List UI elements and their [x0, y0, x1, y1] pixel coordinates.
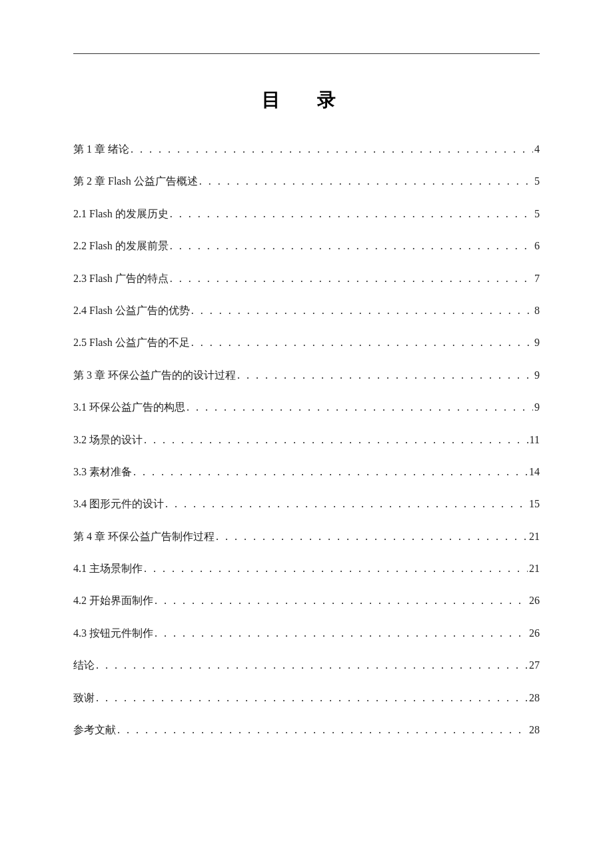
toc-entry-page: 15 [528, 497, 540, 511]
toc-entry-label: 4.2 开始界面制作 [73, 593, 153, 608]
toc-entry[interactable]: 参考文献28 [73, 723, 540, 737]
toc-entry[interactable]: 3.4 图形元件的设计15 [73, 497, 540, 511]
toc-entry[interactable]: 4.3 按钮元件制作26 [73, 626, 540, 641]
toc-entry[interactable]: 第 1 章 绪论4 [73, 142, 540, 157]
toc-entry-leader [198, 174, 533, 189]
toc-entry-page: 11 [528, 433, 540, 447]
toc-entry-leader [169, 207, 533, 221]
toc-entry-page: 21 [528, 561, 540, 576]
toc-entry-page: 27 [528, 658, 540, 673]
toc-entry-label: 第 3 章 环保公益广告的的设计过程 [73, 368, 236, 383]
toc-entry-page: 28 [528, 723, 540, 737]
toc-entry-leader [169, 239, 533, 253]
toc-entry-leader [143, 561, 528, 576]
toc-entry[interactable]: 4.1 主场景制作21 [73, 561, 540, 576]
toc-entry-leader [143, 433, 528, 447]
header-rule [73, 53, 540, 54]
toc-entry-leader [164, 497, 528, 511]
toc-entry-leader [116, 723, 528, 737]
toc-entry-label: 第 1 章 绪论 [73, 142, 129, 157]
toc-entry-label: 3.3 素材准备 [73, 465, 132, 479]
toc-entry-page: 9 [533, 335, 540, 350]
toc-entry-page: 14 [528, 465, 540, 479]
toc-entry-label: 致谢 [73, 691, 95, 705]
toc-entry[interactable]: 2.5 Flash 公益广告的不足9 [73, 335, 540, 350]
toc-title: 目 录 [73, 87, 540, 113]
toc-entry[interactable]: 2.3 Flash 广告的特点7 [73, 271, 540, 286]
toc-entry-page: 21 [528, 529, 540, 544]
toc-entry-leader [129, 142, 533, 157]
toc-list: 第 1 章 绪论4第 2 章 Flash 公益广告概述52.1 Flash 的发… [73, 142, 540, 737]
toc-entry-leader [95, 658, 528, 673]
toc-entry-leader [185, 400, 533, 415]
toc-entry-page: 28 [528, 691, 540, 705]
toc-entry[interactable]: 2.2 Flash 的发展前景6 [73, 239, 540, 253]
toc-entry[interactable]: 3.2 场景的设计11 [73, 433, 540, 447]
toc-entry-label: 第 2 章 Flash 公益广告概述 [73, 174, 198, 189]
toc-entry-page: 7 [533, 271, 540, 286]
toc-entry-page: 4 [533, 142, 540, 157]
toc-entry[interactable]: 结论27 [73, 658, 540, 673]
toc-entry-label: 2.4 Flash 公益广告的优势 [73, 303, 190, 318]
toc-entry-leader [190, 335, 533, 350]
toc-entry[interactable]: 2.4 Flash 公益广告的优势8 [73, 303, 540, 318]
document-page: 目 录 第 1 章 绪论4第 2 章 Flash 公益广告概述52.1 Flas… [0, 0, 613, 737]
toc-entry[interactable]: 第 4 章 环保公益广告制作过程21 [73, 529, 540, 544]
toc-entry-page: 6 [533, 239, 540, 253]
toc-entry-page: 9 [533, 400, 540, 415]
toc-entry-label: 2.5 Flash 公益广告的不足 [73, 335, 190, 350]
toc-entry-label: 第 4 章 环保公益广告制作过程 [73, 529, 215, 544]
toc-entry-page: 8 [533, 303, 540, 318]
toc-entry-label: 3.4 图形元件的设计 [73, 497, 164, 511]
toc-entry-leader [215, 529, 528, 544]
toc-entry[interactable]: 2.1 Flash 的发展历史5 [73, 207, 540, 221]
toc-entry-leader [95, 691, 528, 705]
toc-entry[interactable]: 致谢28 [73, 691, 540, 705]
toc-entry-label: 2.3 Flash 广告的特点 [73, 271, 169, 286]
toc-entry-label: 4.1 主场景制作 [73, 561, 143, 576]
toc-entry-label: 2.1 Flash 的发展历史 [73, 207, 169, 221]
toc-entry-page: 9 [533, 368, 540, 383]
toc-entry[interactable]: 第 2 章 Flash 公益广告概述5 [73, 174, 540, 189]
toc-entry-page: 5 [533, 207, 540, 221]
toc-entry[interactable]: 3.1 环保公益广告的构思9 [73, 400, 540, 415]
toc-entry-leader [153, 593, 528, 608]
toc-entry-leader [169, 271, 533, 286]
toc-entry-label: 3.2 场景的设计 [73, 433, 143, 447]
toc-entry-leader [190, 303, 533, 318]
toc-entry-leader [132, 465, 528, 479]
toc-entry-page: 26 [528, 626, 540, 641]
toc-entry-label: 2.2 Flash 的发展前景 [73, 239, 169, 253]
toc-entry[interactable]: 4.2 开始界面制作26 [73, 593, 540, 608]
toc-entry-page: 26 [528, 593, 540, 608]
toc-entry-page: 5 [533, 174, 540, 189]
toc-entry-label: 4.3 按钮元件制作 [73, 626, 153, 641]
toc-entry-label: 结论 [73, 658, 95, 673]
toc-entry-label: 3.1 环保公益广告的构思 [73, 400, 185, 415]
toc-entry-label: 参考文献 [73, 723, 116, 737]
toc-entry-leader [153, 626, 528, 641]
toc-entry-leader [236, 368, 533, 383]
toc-entry[interactable]: 第 3 章 环保公益广告的的设计过程9 [73, 368, 540, 383]
toc-entry[interactable]: 3.3 素材准备14 [73, 465, 540, 479]
